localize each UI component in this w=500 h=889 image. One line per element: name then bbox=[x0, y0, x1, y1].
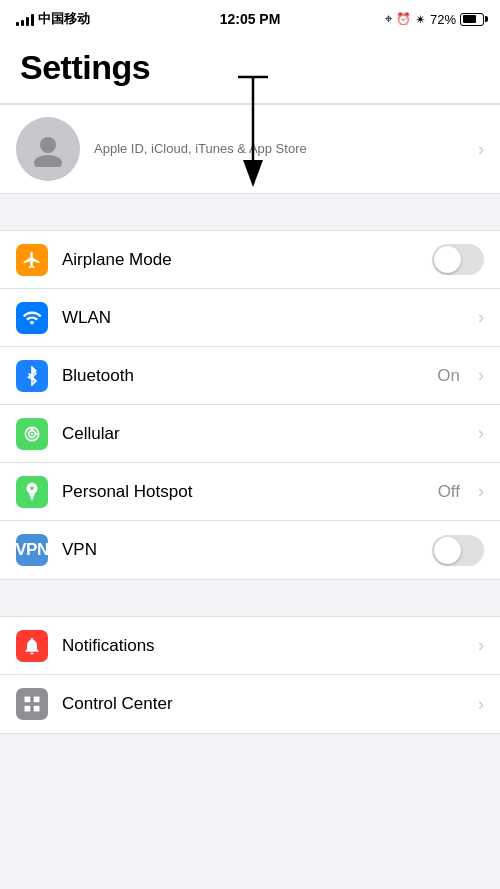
section-spacer-2 bbox=[0, 580, 500, 616]
bluetooth-icon bbox=[16, 360, 48, 392]
personal-hotspot-value: Off bbox=[438, 482, 460, 502]
profile-subtitle: Apple ID, iCloud, iTunes & App Store bbox=[94, 140, 464, 158]
control-center-chevron-icon: › bbox=[478, 694, 484, 715]
wlan-icon bbox=[16, 302, 48, 334]
notifications-icon bbox=[16, 630, 48, 662]
control-center-label: Control Center bbox=[62, 694, 464, 714]
personal-hotspot-label: Personal Hotspot bbox=[62, 482, 424, 502]
vpn-icon: VPN bbox=[16, 534, 48, 566]
bluetooth-status-icon: ✴ bbox=[415, 12, 426, 27]
control-center-icon bbox=[16, 688, 48, 720]
svg-marker-1 bbox=[243, 160, 263, 187]
svg-point-4 bbox=[34, 155, 62, 167]
profile-text: Apple ID, iCloud, iTunes & App Store bbox=[94, 140, 464, 158]
avatar bbox=[16, 117, 80, 181]
personal-hotspot-row[interactable]: Personal Hotspot Off › bbox=[0, 463, 500, 521]
personal-hotspot-icon bbox=[16, 476, 48, 508]
cellular-icon bbox=[16, 418, 48, 450]
airplane-mode-label: Airplane Mode bbox=[62, 250, 418, 270]
svg-point-3 bbox=[40, 137, 56, 153]
vpn-text: VPN bbox=[15, 540, 48, 560]
connectivity-section: Airplane Mode WLAN › Bluetooth On › bbox=[0, 230, 500, 580]
wlan-row[interactable]: WLAN › bbox=[0, 289, 500, 347]
notifications-row[interactable]: Notifications › bbox=[0, 617, 500, 675]
airplane-mode-icon bbox=[16, 244, 48, 276]
cellular-chevron-icon: › bbox=[478, 423, 484, 444]
status-right: ⌖ ⏰ ✴ 72% bbox=[385, 11, 484, 27]
airplane-mode-row[interactable]: Airplane Mode bbox=[0, 231, 500, 289]
carrier-label: 中国移动 bbox=[38, 10, 90, 28]
section-spacer-1 bbox=[0, 194, 500, 230]
wlan-chevron-icon: › bbox=[478, 307, 484, 328]
status-left: 中国移动 bbox=[16, 10, 90, 28]
svg-rect-14 bbox=[34, 706, 40, 712]
signal-icon bbox=[16, 12, 34, 26]
vpn-toggle[interactable] bbox=[432, 535, 484, 566]
battery-percent: 72% bbox=[430, 12, 456, 27]
time-label: 12:05 PM bbox=[220, 11, 281, 27]
svg-rect-11 bbox=[25, 697, 31, 703]
svg-rect-12 bbox=[34, 697, 40, 703]
cellular-row[interactable]: Cellular › bbox=[0, 405, 500, 463]
profile-chevron-icon: › bbox=[478, 139, 484, 160]
arrow-annotation bbox=[228, 72, 278, 196]
vpn-toggle-thumb bbox=[434, 537, 461, 564]
vpn-label: VPN bbox=[62, 540, 418, 560]
status-bar: 中国移动 12:05 PM ⌖ ⏰ ✴ 72% bbox=[0, 0, 500, 36]
cellular-label: Cellular bbox=[62, 424, 464, 444]
bluetooth-chevron-icon: › bbox=[478, 365, 484, 386]
battery-icon bbox=[460, 13, 484, 26]
vpn-row[interactable]: VPN VPN bbox=[0, 521, 500, 579]
bluetooth-row[interactable]: Bluetooth On › bbox=[0, 347, 500, 405]
personal-hotspot-chevron-icon: › bbox=[478, 481, 484, 502]
notifications-label: Notifications bbox=[62, 636, 464, 656]
wlan-label: WLAN bbox=[62, 308, 464, 328]
svg-rect-13 bbox=[25, 706, 31, 712]
system-section: Notifications › Control Center › bbox=[0, 616, 500, 734]
notifications-chevron-icon: › bbox=[478, 635, 484, 656]
airplane-mode-toggle-thumb bbox=[434, 246, 461, 273]
alarm-icon: ⏰ bbox=[396, 12, 411, 26]
bluetooth-label: Bluetooth bbox=[62, 366, 423, 386]
control-center-row[interactable]: Control Center › bbox=[0, 675, 500, 733]
airplane-mode-toggle[interactable] bbox=[432, 244, 484, 275]
bluetooth-value: On bbox=[437, 366, 460, 386]
svg-point-8 bbox=[31, 432, 34, 435]
location-icon: ⌖ bbox=[385, 11, 392, 27]
